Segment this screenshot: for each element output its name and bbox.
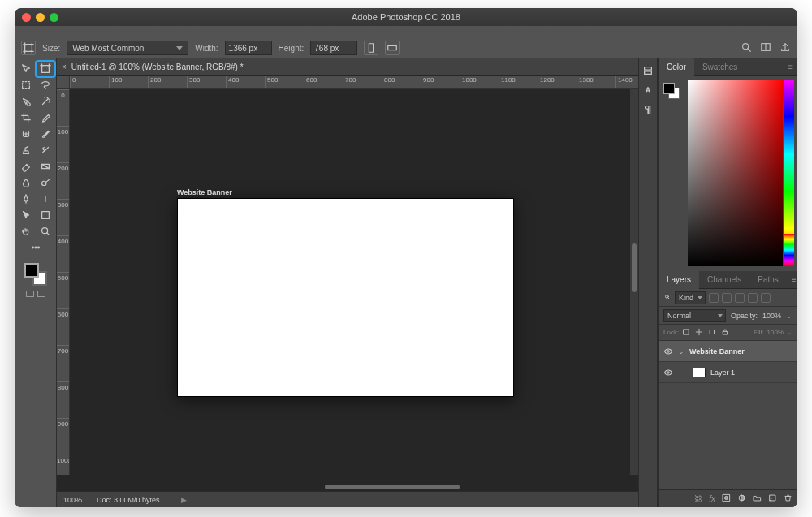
eyedropper-tool-icon[interactable] xyxy=(37,110,54,125)
opacity-chevron-icon[interactable]: ⌄ xyxy=(786,312,793,320)
doc-info-readout[interactable]: Doc: 3.00M/0 bytes xyxy=(97,496,160,504)
pen-tool-icon[interactable] xyxy=(17,192,35,206)
tab-color[interactable]: Color xyxy=(659,58,694,76)
lock-label: Lock: xyxy=(663,329,679,336)
width-input[interactable]: 1366 px xyxy=(225,41,272,55)
tab-channels[interactable]: Channels xyxy=(699,271,749,289)
adjustment-layer-icon[interactable] xyxy=(737,493,746,504)
edit-toolbar-icon[interactable] xyxy=(27,240,45,255)
paragraph-panel-icon[interactable] xyxy=(641,102,655,117)
canvas-viewport[interactable]: Website Banner xyxy=(70,89,630,475)
close-tab-icon[interactable]: × xyxy=(62,62,67,71)
blur-tool-icon[interactable] xyxy=(17,175,35,190)
artboard-canvas[interactable] xyxy=(177,198,514,397)
workspace-icon[interactable] xyxy=(760,41,771,54)
tab-paths[interactable]: Paths xyxy=(749,271,787,289)
vertical-scrollbar[interactable] xyxy=(630,89,638,475)
status-bar-menu-icon[interactable]: ▶ xyxy=(181,496,187,504)
new-layer-icon[interactable] xyxy=(768,493,777,504)
ruler-origin[interactable] xyxy=(57,76,70,89)
tab-swatches[interactable]: Swatches xyxy=(694,58,745,76)
filter-search-icon[interactable] xyxy=(663,293,672,303)
lock-artboard-icon[interactable] xyxy=(708,328,718,338)
color-panel-swatches[interactable] xyxy=(663,83,680,99)
visibility-eye-icon[interactable] xyxy=(663,347,673,356)
history-brush-tool-icon[interactable] xyxy=(37,143,54,157)
artboard-label[interactable]: Website Banner xyxy=(177,188,232,196)
fill-value[interactable]: 100% xyxy=(767,329,784,336)
quick-mask-icon[interactable] xyxy=(26,291,34,297)
filter-type-icon[interactable] xyxy=(735,293,745,303)
opacity-value[interactable]: 100% xyxy=(762,312,781,320)
character-panel-icon[interactable] xyxy=(641,83,655,97)
shape-tool-icon[interactable] xyxy=(37,208,54,222)
lasso-tool-icon[interactable] xyxy=(37,78,54,93)
history-panel-icon[interactable] xyxy=(641,63,655,78)
quick-select-tool-icon[interactable] xyxy=(17,94,35,109)
screen-mode-icon[interactable] xyxy=(37,291,45,297)
filter-adjust-icon[interactable] xyxy=(722,293,732,303)
menubar[interactable] xyxy=(15,26,797,37)
brush-tool-icon[interactable] xyxy=(37,127,54,141)
color-panel-menu-icon[interactable]: ≡ xyxy=(783,58,797,76)
lock-all-icon[interactable] xyxy=(721,328,731,338)
move-tool-icon[interactable] xyxy=(17,62,35,76)
lock-pixels-icon[interactable] xyxy=(682,328,692,338)
magic-wand-tool-icon[interactable] xyxy=(37,94,54,109)
hand-tool-icon[interactable] xyxy=(17,224,35,239)
horizontal-scrollbar-thumb[interactable] xyxy=(325,485,460,489)
layer-row[interactable]: Layer 1 xyxy=(659,362,797,383)
ruler-tick: 100 xyxy=(57,126,69,162)
zoom-readout[interactable]: 100% xyxy=(63,496,82,504)
spot-heal-tool-icon[interactable] xyxy=(17,127,35,141)
filter-pixel-icon[interactable] xyxy=(709,293,719,303)
marquee-tool-icon[interactable] xyxy=(17,78,35,93)
gradient-tool-icon[interactable] xyxy=(37,159,54,174)
dodge-tool-icon[interactable] xyxy=(37,175,54,190)
eraser-tool-icon[interactable] xyxy=(17,159,35,174)
artboard-tool-icon[interactable] xyxy=(21,41,36,55)
path-select-tool-icon[interactable] xyxy=(17,208,35,222)
color-field[interactable] xyxy=(688,80,783,266)
foreground-background-colors[interactable] xyxy=(24,263,47,286)
layer-row[interactable]: ⌄Website Banner xyxy=(659,341,797,362)
ruler-vertical[interactable]: 0100200300400500600700800900100011001200… xyxy=(57,89,70,475)
document-tab[interactable]: Untitled-1 @ 100% (Website Banner, RGB/8… xyxy=(71,62,244,71)
orientation-portrait-icon[interactable] xyxy=(364,41,378,55)
layer-fx-icon[interactable]: fx xyxy=(709,494,715,503)
fill-chevron-icon[interactable]: ⌄ xyxy=(787,329,793,336)
artboard-tool-icon[interactable] xyxy=(37,62,54,76)
layer-name: Layer 1 xyxy=(710,368,735,377)
layer-thumbnail[interactable] xyxy=(693,368,706,377)
filter-smart-icon[interactable] xyxy=(761,293,771,303)
layer-filter-kind-select[interactable]: Kind xyxy=(675,291,706,304)
add-mask-icon[interactable] xyxy=(722,493,731,504)
quick-mask-and-screen-mode[interactable] xyxy=(16,291,54,297)
close-window-icon[interactable] xyxy=(22,13,31,22)
zoom-window-icon[interactable] xyxy=(50,13,58,22)
filter-shape-icon[interactable] xyxy=(748,293,758,303)
hue-ramp[interactable] xyxy=(784,234,794,266)
search-icon[interactable] xyxy=(741,41,752,54)
crop-tool-icon[interactable] xyxy=(17,110,35,125)
svg-rect-0 xyxy=(25,45,32,52)
height-input[interactable]: 768 px xyxy=(310,41,357,55)
new-group-icon[interactable] xyxy=(753,493,762,504)
ruler-horizontal[interactable]: 0100200300400500600700800900100011001200… xyxy=(70,76,638,89)
link-layers-icon[interactable]: ⛓ xyxy=(694,494,702,503)
share-icon[interactable] xyxy=(780,41,791,54)
lock-position-icon[interactable] xyxy=(695,328,705,338)
clone-stamp-tool-icon[interactable] xyxy=(17,143,35,157)
visibility-eye-icon[interactable] xyxy=(663,368,673,377)
artboard-preset-select[interactable]: Web Most Common xyxy=(67,41,188,55)
delete-layer-icon[interactable] xyxy=(784,493,793,504)
minimize-window-icon[interactable] xyxy=(36,13,45,22)
disclosure-chevron-icon[interactable]: ⌄ xyxy=(678,347,685,355)
type-tool-icon[interactable] xyxy=(37,192,54,206)
orientation-landscape-icon[interactable] xyxy=(385,41,400,55)
zoom-tool-icon[interactable] xyxy=(37,224,54,239)
blend-mode-select[interactable]: Normal xyxy=(663,309,726,322)
tab-layers[interactable]: Layers xyxy=(659,271,699,289)
foreground-color-swatch[interactable] xyxy=(24,263,39,278)
layers-panel-menu-icon[interactable]: ≡ xyxy=(787,271,797,289)
